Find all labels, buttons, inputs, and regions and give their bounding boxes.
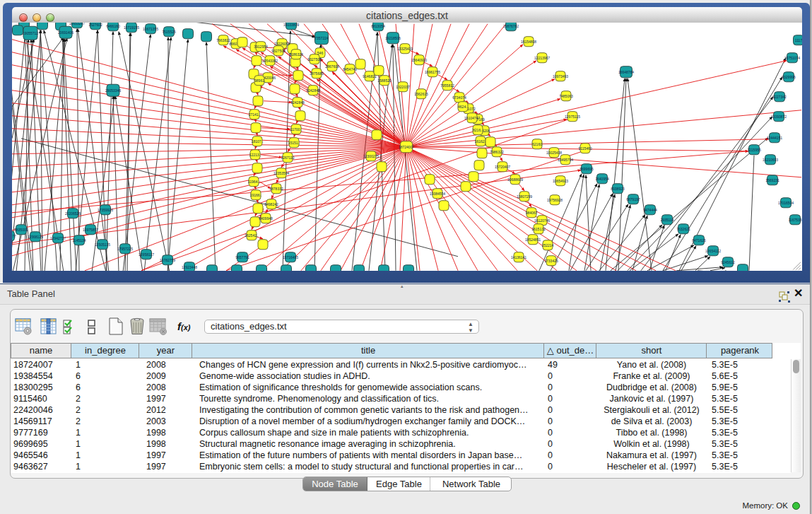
svg-text:9329996: 9329996: [782, 74, 796, 78]
svg-text:15640910: 15640910: [411, 57, 427, 62]
svg-text:19218506: 19218506: [385, 35, 401, 40]
svg-text:7515526: 7515526: [162, 29, 176, 33]
svg-text:8471626: 8471626: [692, 238, 706, 242]
svg-text:9474444: 9474444: [643, 207, 657, 211]
svg-text:8454749: 8454749: [343, 66, 357, 71]
svg-text:5498242: 5498242: [264, 201, 278, 206]
svg-text:3878332: 3878332: [269, 186, 283, 190]
svg-text:16648784: 16648784: [618, 69, 634, 74]
svg-text:20206526: 20206526: [65, 211, 81, 215]
svg-text:6879197: 6879197: [626, 197, 640, 201]
svg-text:16961755: 16961755: [425, 69, 440, 74]
svg-text:8186328: 8186328: [289, 52, 303, 56]
svg-text:4624..: 4624..: [458, 104, 468, 108]
svg-text:20876782: 20876782: [503, 23, 519, 28]
svg-text:15151..: 15151..: [288, 140, 300, 144]
svg-text:1733426: 1733426: [544, 258, 558, 262]
svg-text:9657791: 9657791: [235, 255, 249, 259]
svg-text:7955812: 7955812: [440, 83, 454, 87]
svg-text:11700..: 11700..: [290, 127, 302, 131]
svg-text:62160: 62160: [532, 141, 542, 146]
svg-text:1640954: 1640954: [595, 176, 609, 180]
svg-text:8938923: 8938923: [611, 186, 625, 190]
svg-text:9327509: 9327509: [271, 48, 286, 52]
svg-text:7632621: 7632621: [676, 226, 690, 230]
svg-text:13807299: 13807299: [517, 194, 532, 198]
svg-text:12444151: 12444151: [767, 135, 782, 139]
svg-text:984067: 984067: [526, 210, 538, 214]
svg-text:8813054: 8813054: [371, 23, 385, 28]
svg-text:29053346: 29053346: [105, 88, 121, 92]
svg-text:3912954: 3912954: [254, 44, 268, 48]
svg-text:5835001: 5835001: [14, 227, 28, 231]
svg-text:11568129: 11568129: [28, 234, 43, 238]
svg-text:1167533: 1167533: [788, 217, 801, 221]
svg-text:9914477: 9914477: [12, 233, 16, 238]
svg-text:12353594: 12353594: [273, 170, 289, 175]
svg-text:1569231: 1569231: [765, 177, 779, 182]
svg-text:10688609: 10688609: [507, 177, 523, 181]
svg-text:11964..: 11964..: [248, 179, 259, 183]
svg-text:12093872: 12093872: [771, 114, 787, 118]
svg-text:3875685: 3875685: [310, 71, 324, 75]
svg-text:1527602: 1527602: [88, 23, 102, 27]
svg-text:6409948: 6409948: [259, 216, 273, 220]
svg-text:12300275: 12300275: [363, 153, 379, 158]
svg-text:10654923: 10654923: [553, 178, 568, 182]
svg-text:18107..: 18107..: [252, 139, 264, 143]
svg-text:10973493: 10973493: [553, 74, 568, 78]
svg-text:9327508: 9327508: [307, 57, 322, 61]
svg-text:23226058: 23226058: [274, 41, 290, 45]
svg-text:3215955: 3215955: [747, 147, 761, 151]
svg-text:12213967: 12213967: [534, 55, 550, 59]
svg-text:6734074: 6734074: [452, 95, 466, 99]
svg-text:16782759: 16782759: [160, 257, 175, 262]
svg-text:262542..: 262542..: [245, 233, 258, 237]
svg-text:252214: 252214: [542, 243, 554, 247]
svg-text:7485063: 7485063: [559, 93, 573, 98]
svg-text:9227342: 9227342: [772, 94, 787, 98]
svg-text:27141..: 27141..: [249, 112, 261, 116]
svg-text:10719155: 10719155: [124, 25, 139, 29]
svg-text:12213..: 12213..: [249, 152, 261, 156]
svg-text:16154808: 16154808: [521, 39, 536, 43]
svg-text:15716485: 15716485: [283, 255, 298, 259]
svg-text:16120746: 16120746: [534, 218, 550, 222]
svg-text:9115460: 9115460: [578, 146, 592, 150]
svg-text:12505135: 12505135: [95, 242, 110, 246]
svg-text:19384554: 19384554: [430, 191, 445, 195]
svg-text:1562615: 1562615: [414, 91, 428, 95]
svg-text:17016504: 17016504: [778, 200, 794, 204]
svg-text:12942737: 12942737: [50, 235, 66, 240]
svg-text:19166..: 19166..: [250, 192, 262, 197]
svg-text:16033809: 16033809: [283, 23, 299, 27]
svg-text:9245612: 9245612: [721, 259, 735, 264]
svg-text:13325419: 13325419: [397, 46, 413, 50]
svg-text:2867608: 2867608: [325, 64, 339, 68]
svg-text:98961: 98961: [254, 78, 264, 82]
svg-text:10543382: 10543382: [262, 58, 278, 62]
svg-text:19756928: 19756928: [547, 197, 563, 201]
svg-text:15720407: 15720407: [495, 164, 510, 168]
svg-text:20691406: 20691406: [58, 30, 73, 34]
svg-text:16162..: 16162..: [475, 139, 487, 143]
svg-text:7357224: 7357224: [314, 35, 329, 40]
svg-text:10958117: 10958117: [139, 252, 154, 256]
svg-text:3267110: 3267110: [281, 155, 294, 159]
svg-text:1145134: 1145134: [72, 238, 86, 242]
svg-text:6466160: 6466160: [106, 23, 120, 28]
svg-text:12975115: 12975115: [565, 114, 580, 118]
svg-text:18524851: 18524851: [525, 237, 541, 241]
svg-text:17957225: 17957225: [117, 246, 133, 250]
svg-text:10975857: 10975857: [83, 227, 98, 231]
svg-text:7986322: 7986322: [490, 149, 504, 153]
svg-text:14136141: 14136141: [511, 255, 526, 259]
svg-text:15751074: 15751074: [784, 55, 800, 59]
svg-text:17359926: 17359926: [98, 207, 113, 211]
svg-text:7663822: 7663822: [216, 37, 230, 42]
svg-text:8699695: 8699695: [579, 166, 594, 170]
svg-text:2935114: 2935114: [660, 217, 673, 221]
svg-text:16210693: 16210693: [763, 157, 778, 161]
svg-text:8216..: 8216..: [473, 127, 483, 132]
svg-text:9242848: 9242848: [306, 88, 320, 92]
